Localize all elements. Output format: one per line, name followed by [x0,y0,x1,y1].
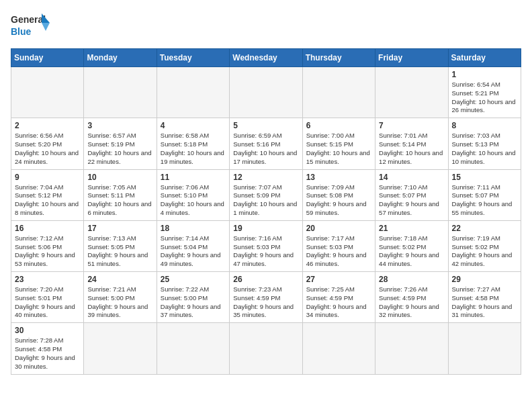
column-header-friday: Friday [375,49,448,67]
calendar-cell [302,67,375,118]
day-number: 17 [87,224,152,233]
calendar-cell: 1Sunrise: 6:54 AM Sunset: 5:21 PM Daylig… [448,67,521,118]
day-info: Sunrise: 7:09 AM Sunset: 5:08 PM Dayligh… [306,183,371,218]
calendar-cell: 3Sunrise: 6:57 AM Sunset: 5:19 PM Daylig… [84,118,157,169]
day-number: 15 [452,173,517,182]
day-number: 29 [452,275,517,284]
calendar-cell [230,323,302,374]
calendar-cell: 22Sunrise: 7:19 AM Sunset: 5:02 PM Dayli… [448,220,521,271]
logo: GeneralBlue [11,11,51,40]
day-number: 4 [161,121,226,130]
day-info: Sunrise: 7:05 AM Sunset: 5:11 PM Dayligh… [87,183,152,218]
day-info: Sunrise: 6:59 AM Sunset: 5:16 PM Dayligh… [233,132,298,166]
calendar-week-row: 1Sunrise: 6:54 AM Sunset: 5:21 PM Daylig… [11,67,521,118]
day-info: Sunrise: 7:22 AM Sunset: 5:00 PM Dayligh… [161,285,226,320]
day-info: Sunrise: 7:07 AM Sunset: 5:09 PM Dayligh… [233,183,298,218]
day-number: 23 [15,275,80,284]
day-number: 26 [233,275,298,284]
day-info: Sunrise: 7:04 AM Sunset: 5:12 PM Dayligh… [15,183,80,218]
svg-text:General: General [11,14,46,25]
calendar-cell [302,323,375,374]
calendar-cell: 4Sunrise: 6:58 AM Sunset: 5:18 PM Daylig… [157,118,229,169]
calendar-cell [11,67,84,118]
calendar-cell: 18Sunrise: 7:14 AM Sunset: 5:04 PM Dayli… [157,220,229,271]
calendar-cell [375,67,448,118]
day-number: 20 [306,224,371,233]
day-number: 12 [233,173,298,182]
calendar-cell: 20Sunrise: 7:17 AM Sunset: 5:03 PM Dayli… [302,220,375,271]
calendar-cell: 25Sunrise: 7:22 AM Sunset: 5:00 PM Dayli… [157,272,229,323]
calendar-cell: 23Sunrise: 7:20 AM Sunset: 5:01 PM Dayli… [11,272,84,323]
day-info: Sunrise: 7:20 AM Sunset: 5:01 PM Dayligh… [15,285,80,320]
day-info: Sunrise: 7:11 AM Sunset: 5:07 PM Dayligh… [452,183,517,218]
day-number: 10 [87,173,152,182]
day-info: Sunrise: 7:16 AM Sunset: 5:03 PM Dayligh… [233,234,298,269]
day-number: 30 [15,326,80,335]
day-number: 9 [15,173,80,182]
day-info: Sunrise: 7:18 AM Sunset: 5:02 PM Dayligh… [379,234,444,269]
day-number: 8 [452,121,517,130]
column-header-saturday: Saturday [448,49,521,67]
day-info: Sunrise: 7:17 AM Sunset: 5:03 PM Dayligh… [306,234,371,269]
day-number: 18 [161,224,226,233]
calendar-header-row: SundayMondayTuesdayWednesdayThursdayFrid… [11,49,521,67]
day-info: Sunrise: 7:14 AM Sunset: 5:04 PM Dayligh… [161,234,226,269]
calendar-cell [84,323,157,374]
day-number: 5 [233,121,298,130]
calendar-cell [230,67,302,118]
calendar-week-row: 30Sunrise: 7:28 AM Sunset: 4:58 PM Dayli… [11,323,521,374]
column-header-wednesday: Wednesday [230,49,302,67]
day-number: 1 [452,70,517,79]
calendar-cell: 24Sunrise: 7:21 AM Sunset: 5:00 PM Dayli… [84,272,157,323]
day-number: 16 [15,224,80,233]
day-number: 21 [379,224,444,233]
day-number: 19 [233,224,298,233]
day-info: Sunrise: 7:28 AM Sunset: 4:58 PM Dayligh… [15,336,80,371]
day-info: Sunrise: 6:57 AM Sunset: 5:19 PM Dayligh… [87,132,152,166]
calendar-cell: 8Sunrise: 7:03 AM Sunset: 5:13 PM Daylig… [448,118,521,169]
calendar-cell: 13Sunrise: 7:09 AM Sunset: 5:08 PM Dayli… [302,169,375,220]
calendar-cell: 10Sunrise: 7:05 AM Sunset: 5:11 PM Dayli… [84,169,157,220]
day-info: Sunrise: 7:23 AM Sunset: 4:59 PM Dayligh… [233,285,298,320]
day-number: 2 [15,121,80,130]
day-info: Sunrise: 7:01 AM Sunset: 5:14 PM Dayligh… [379,132,444,166]
calendar-cell: 28Sunrise: 7:26 AM Sunset: 4:59 PM Dayli… [375,272,448,323]
calendar-cell: 11Sunrise: 7:06 AM Sunset: 5:10 PM Dayli… [157,169,229,220]
day-info: Sunrise: 7:12 AM Sunset: 5:06 PM Dayligh… [15,234,80,269]
day-info: Sunrise: 7:27 AM Sunset: 4:58 PM Dayligh… [452,285,517,320]
day-number: 3 [87,121,152,130]
calendar-cell: 2Sunrise: 6:56 AM Sunset: 5:20 PM Daylig… [11,118,84,169]
day-number: 14 [379,173,444,182]
calendar-cell [84,67,157,118]
calendar-week-row: 2Sunrise: 6:56 AM Sunset: 5:20 PM Daylig… [11,118,521,169]
day-info: Sunrise: 7:06 AM Sunset: 5:10 PM Dayligh… [161,183,226,218]
day-info: Sunrise: 7:00 AM Sunset: 5:15 PM Dayligh… [306,132,371,166]
calendar-cell: 15Sunrise: 7:11 AM Sunset: 5:07 PM Dayli… [448,169,521,220]
day-number: 11 [161,173,226,182]
calendar-week-row: 23Sunrise: 7:20 AM Sunset: 5:01 PM Dayli… [11,272,521,323]
calendar-cell [448,323,521,374]
calendar-cell: 9Sunrise: 7:04 AM Sunset: 5:12 PM Daylig… [11,169,84,220]
day-info: Sunrise: 7:21 AM Sunset: 5:00 PM Dayligh… [87,285,152,320]
day-number: 27 [306,275,371,284]
day-info: Sunrise: 7:19 AM Sunset: 5:02 PM Dayligh… [452,234,517,269]
calendar-cell: 21Sunrise: 7:18 AM Sunset: 5:02 PM Dayli… [375,220,448,271]
calendar-cell: 14Sunrise: 7:10 AM Sunset: 5:07 PM Dayli… [375,169,448,220]
day-info: Sunrise: 6:56 AM Sunset: 5:20 PM Dayligh… [15,132,80,166]
calendar-cell: 17Sunrise: 7:13 AM Sunset: 5:05 PM Dayli… [84,220,157,271]
calendar-cell: 27Sunrise: 7:25 AM Sunset: 4:59 PM Dayli… [302,272,375,323]
day-info: Sunrise: 6:54 AM Sunset: 5:21 PM Dayligh… [452,81,517,115]
calendar-cell: 29Sunrise: 7:27 AM Sunset: 4:58 PM Dayli… [448,272,521,323]
calendar-cell: 16Sunrise: 7:12 AM Sunset: 5:06 PM Dayli… [11,220,84,271]
svg-text:Blue: Blue [11,26,32,37]
calendar-cell: 7Sunrise: 7:01 AM Sunset: 5:14 PM Daylig… [375,118,448,169]
day-number: 25 [161,275,226,284]
calendar-cell [375,323,448,374]
calendar-cell [157,323,229,374]
day-number: 22 [452,224,517,233]
column-header-monday: Monday [84,49,157,67]
day-info: Sunrise: 6:58 AM Sunset: 5:18 PM Dayligh… [161,132,226,166]
calendar-cell: 12Sunrise: 7:07 AM Sunset: 5:09 PM Dayli… [230,169,302,220]
day-number: 24 [87,275,152,284]
calendar-cell: 26Sunrise: 7:23 AM Sunset: 4:59 PM Dayli… [230,272,302,323]
